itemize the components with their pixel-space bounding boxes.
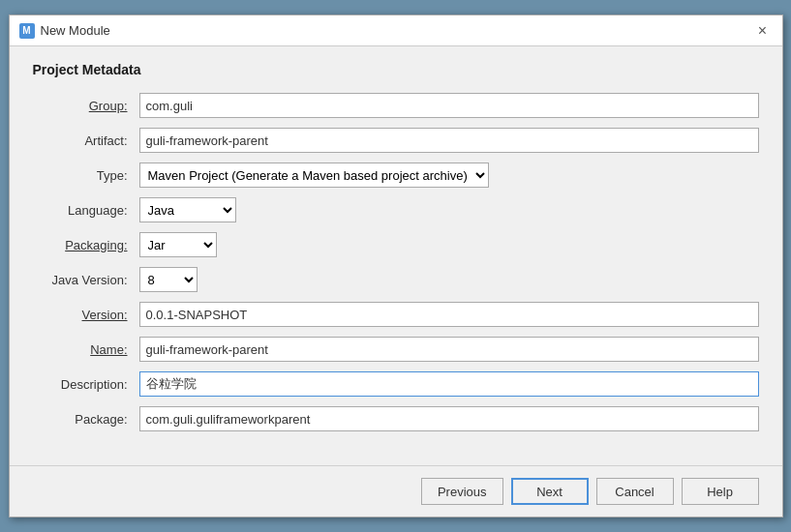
artifact-label: Artifact: [33, 133, 139, 148]
close-button[interactable]: × [753, 21, 773, 41]
group-row: Group: [33, 93, 759, 118]
language-row: Language: Java Kotlin Groovy [33, 197, 759, 222]
version-row: Version: [33, 302, 759, 327]
group-input[interactable] [139, 93, 759, 118]
package-row: Package: [33, 406, 759, 431]
name-label: Name: [33, 342, 139, 357]
artifact-input[interactable] [139, 128, 759, 153]
artifact-row: Artifact: [33, 128, 759, 153]
next-button[interactable]: Next [511, 478, 589, 505]
cancel-button[interactable]: Cancel [596, 478, 674, 505]
package-input[interactable] [139, 406, 759, 431]
section-title: Project Metadata [33, 62, 759, 77]
version-label: Version: [33, 308, 139, 322]
new-module-dialog: M New Module × Project Metadata Group: A… [9, 15, 783, 517]
group-label: Group: [33, 99, 139, 113]
name-input[interactable] [139, 337, 759, 362]
packaging-row: Packaging: Jar War Pom [33, 232, 759, 257]
help-button[interactable]: Help [682, 478, 759, 505]
dialog-title: New Module [41, 23, 110, 38]
java-version-row: Java Version: 8 11 17 [33, 267, 759, 292]
description-label: Description: [33, 377, 139, 392]
description-row: Description: [33, 371, 759, 397]
type-label: Type: [33, 168, 139, 183]
language-label: Language: [33, 203, 139, 218]
module-icon: M [19, 23, 35, 39]
packaging-label: Packaging: [33, 238, 139, 252]
dialog-footer: Previous Next Cancel Help [10, 465, 782, 517]
package-label: Package: [33, 412, 139, 427]
language-select[interactable]: Java Kotlin Groovy [139, 197, 236, 222]
title-bar: M New Module × [10, 15, 782, 46]
previous-button[interactable]: Previous [421, 478, 503, 505]
java-version-label: Java Version: [33, 273, 139, 287]
type-select[interactable]: Maven Project (Generate a Maven based pr… [139, 163, 489, 188]
description-input[interactable] [139, 371, 759, 397]
dialog-body: Project Metadata Group: Artifact: Type: … [10, 46, 782, 465]
name-row: Name: [33, 337, 759, 362]
java-version-select[interactable]: 8 11 17 [139, 267, 198, 292]
type-row: Type: Maven Project (Generate a Maven ba… [33, 163, 759, 188]
title-bar-left: M New Module [19, 23, 110, 39]
packaging-select[interactable]: Jar War Pom [139, 232, 217, 257]
version-input[interactable] [139, 302, 759, 327]
